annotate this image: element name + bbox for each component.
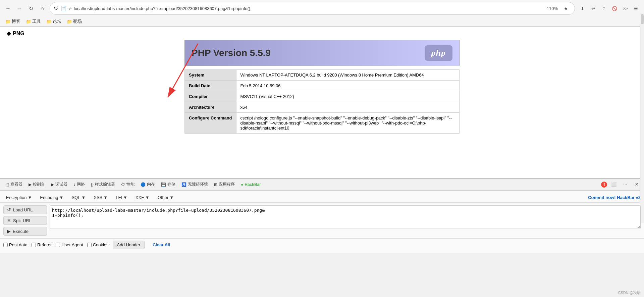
error-count: 1 [603, 183, 605, 187]
table-row: Architecturex64 [185, 102, 460, 113]
table-value-cell: Windows NT LAPTOP-AFETDUQA 6.2 build 920… [236, 70, 459, 81]
bookmark-blog[interactable]: 📁 博客 [3, 18, 22, 25]
console-icon: ▶ [29, 182, 32, 187]
menu-lfi[interactable]: LFI ▼ [113, 194, 130, 201]
lfi-arrow-icon: ▼ [123, 195, 127, 200]
browser-toolbar: ← → ↻ ⌂ 🛡 📄 ⇌ 110% ★ ⬇ ↩ ⤴ 🚫 >> ☰ [0, 0, 644, 17]
hackbar-menu: Encryption ▼ Encoding ▼ SQL ▼ XSS ▼ LFI … [0, 193, 644, 203]
url-textarea[interactable] [50, 205, 641, 229]
sql-label: SQL [71, 195, 80, 200]
post-data-label: Post data [9, 242, 28, 247]
execute-icon: ▶ [7, 229, 11, 234]
devtools-storage-btn[interactable]: 💾 存储 [158, 180, 178, 189]
user-agent-checkbox[interactable] [56, 243, 60, 247]
split-url-button[interactable]: ✕ Split URL [3, 216, 47, 225]
blocked-button[interactable]: 🚫 [610, 4, 619, 13]
devtools-style-btn[interactable]: {} 样式编辑器 [88, 180, 118, 189]
referer-label: Referer [37, 242, 52, 247]
referer-checkbox[interactable] [32, 243, 36, 247]
hackbar-body: ↺ Load URL ✕ Split URL ▶ Execute [0, 203, 644, 238]
cookies-label: Cookies [93, 242, 109, 247]
address-input[interactable] [74, 6, 543, 11]
menu-xss[interactable]: XSS ▼ [91, 194, 110, 201]
commit-button[interactable]: Commit now! HackBar v2 [588, 195, 641, 200]
post-data-checkbox-label[interactable]: Post data [3, 242, 28, 247]
execute-label: Execute [13, 229, 29, 234]
table-row: Build DateFeb 5 2014 10:59:06 [185, 81, 460, 91]
home-button[interactable]: ⌂ [38, 4, 47, 13]
app-label: 应用程序 [219, 182, 235, 187]
devtools-panel: ⬚ 查看器 ▶ 控制台 ▶ 调试器 ↕ 网络 {} 样式编辑器 ⏱ 性能 🔵 内… [0, 178, 644, 253]
referer-checkbox-label[interactable]: Referer [32, 242, 52, 247]
table-row: Configure Commandcscript /nologo configu… [185, 113, 460, 134]
folder-icon: 📁 [5, 19, 11, 24]
accessibility-icon: ♿ [181, 182, 186, 187]
history-back-button[interactable]: ↩ [588, 4, 598, 13]
url-textarea-wrapper [50, 205, 641, 230]
download-button[interactable]: ⬇ [578, 4, 587, 13]
php-logo: php [431, 48, 446, 58]
devtools-perf-btn[interactable]: ⏱ 性能 [118, 180, 137, 189]
devtools-debugger-btn[interactable]: ▶ 调试器 [48, 180, 70, 189]
xxe-arrow-icon: ▼ [145, 195, 150, 200]
forward-button[interactable]: → [15, 4, 24, 13]
user-agent-label: User Agent [61, 242, 83, 247]
cookies-checkbox[interactable] [87, 243, 92, 247]
menu-sql[interactable]: SQL ▼ [69, 194, 88, 201]
cookies-checkbox-label[interactable]: Cookies [87, 242, 109, 247]
xss-label: XSS [94, 195, 102, 200]
devtools-console-btn[interactable]: ▶ 控制台 [26, 180, 48, 189]
table-value-cell: x64 [236, 102, 459, 113]
hackbar-bottom: Post data Referer User Agent Cookies Add… [0, 238, 644, 251]
devtools-inspector-btn[interactable]: ⬚ 查看器 [3, 180, 25, 189]
devtools-accessibility-btn[interactable]: ♿ 无障碍环境 [179, 180, 211, 189]
devtools-network-btn[interactable]: ↕ 网络 [71, 180, 88, 189]
clear-all-button[interactable]: Clear All [149, 241, 174, 249]
menu-encryption[interactable]: Encryption ▼ [3, 194, 35, 201]
php-version: PHP Version 5.5.9 [192, 48, 271, 58]
refresh-button[interactable]: ↻ [26, 4, 36, 13]
perf-label: 性能 [126, 182, 135, 187]
star-button[interactable]: ★ [561, 4, 571, 13]
zoom-level: 110% [545, 5, 559, 12]
encoding-label: Encoding [40, 195, 58, 200]
toolbar-icons: ⬇ ↩ ⤴ 🚫 >> ☰ [578, 4, 641, 13]
devtools-app-btn[interactable]: ⊞ 应用程序 [211, 180, 237, 189]
back-button[interactable]: ← [3, 4, 13, 13]
devtools-resize-btn[interactable]: ⬜ [609, 180, 619, 189]
storage-label: 存储 [167, 182, 175, 187]
page-scrollbar[interactable] [640, 27, 644, 178]
php-banner: PHP Version 5.5.9 php [184, 40, 460, 66]
folder-icon: 📁 [46, 19, 52, 24]
table-value-cell: Feb 5 2014 10:59:06 [236, 81, 459, 91]
php-info-table: SystemWindows NT LAPTOP-AFETDUQA 6.2 bui… [184, 69, 460, 134]
bookmark-tools[interactable]: 📁 工具 [24, 18, 43, 25]
bookmark-forum[interactable]: 📁 论坛 [44, 18, 63, 25]
bookmark-label: 博客 [12, 18, 20, 24]
share-button[interactable]: ⤴ [599, 4, 608, 13]
execute-button[interactable]: ▶ Execute [3, 227, 47, 236]
menu-button[interactable]: ☰ [631, 4, 641, 13]
devtools-toolbar: ⬚ 查看器 ▶ 控制台 ▶ 调试器 ↕ 网络 {} 样式编辑器 ⏱ 性能 🔵 内… [0, 179, 644, 191]
perf-icon: ⏱ [121, 182, 125, 187]
menu-xxe[interactable]: XXE ▼ [133, 194, 152, 201]
xss-arrow-icon: ▼ [103, 195, 108, 200]
post-data-checkbox[interactable] [3, 243, 8, 247]
error-badge: ! 1 [601, 182, 607, 188]
table-label-cell: Build Date [185, 81, 236, 91]
accessibility-label: 无障碍环境 [188, 182, 208, 187]
devtools-memory-btn[interactable]: 🔵 内存 [138, 180, 158, 189]
split-url-label: Split URL [13, 218, 32, 223]
devtools-more-btn[interactable]: ··· [621, 180, 630, 189]
bookmark-range[interactable]: 📁 靶场 [65, 18, 84, 25]
devtools-hackbar-btn[interactable]: ● HackBar [238, 181, 264, 188]
add-header-button[interactable]: Add Header [113, 241, 145, 249]
table-label-cell: Configure Command [185, 113, 236, 134]
page-icon: 📄 [61, 6, 66, 11]
user-agent-checkbox-label[interactable]: User Agent [56, 242, 83, 247]
menu-encoding[interactable]: Encoding ▼ [37, 194, 66, 201]
extensions-button[interactable]: >> [621, 4, 630, 13]
load-url-button[interactable]: ↺ Load URL [3, 205, 47, 214]
menu-other[interactable]: Other ▼ [155, 194, 176, 201]
app-icon: ⊞ [214, 182, 217, 187]
